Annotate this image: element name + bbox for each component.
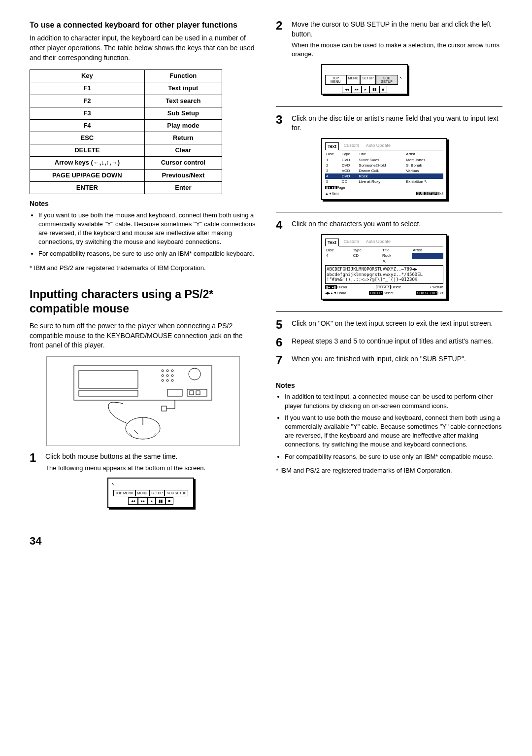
screenshot-step4: Text Custom Auto Update DiscTypeTitleArt…: [321, 234, 447, 300]
cursor-icon: ↖: [111, 481, 115, 487]
notes-list-left: If you want to use both the mouse and ke…: [30, 211, 256, 259]
step5-main: Click on "OK" on the text input screen t…: [292, 319, 502, 331]
menu-menu: MENU: [135, 490, 150, 496]
transport-next-icon: ▸▸: [138, 497, 148, 505]
step-number-4: 4: [276, 219, 286, 305]
notes-heading-left: Notes: [30, 199, 256, 209]
note-item: For compatibility reasons, be sure to us…: [285, 452, 502, 461]
up-icon: ▲: [330, 291, 333, 295]
mouse-intro: Be sure to turn off the power to the pla…: [30, 321, 256, 350]
menu-setup: SETUP: [149, 490, 165, 496]
svg-rect-13: [167, 389, 182, 396]
notes-list-right: In addition to text input, a connected m…: [276, 392, 502, 461]
step1-main: Click both mouse buttons at the same tim…: [45, 452, 256, 462]
tab-custom: Custom: [342, 238, 361, 246]
step-number-1: 1: [30, 452, 39, 513]
svg-point-11: [166, 379, 168, 381]
svg-point-12: [171, 379, 173, 381]
menu-top: TOP MENU: [325, 75, 346, 85]
step-number-7: 7: [276, 354, 286, 366]
svg-rect-2: [79, 390, 138, 396]
keyboard-heading: To use a connected keyboard for other pl…: [30, 20, 256, 31]
menu-top: TOP MENU: [113, 490, 135, 496]
th-function: Function: [144, 70, 222, 82]
key-function-table: Key Function F1Text input F2Text search …: [30, 69, 222, 194]
svg-rect-1: [79, 371, 138, 388]
step-number-5: 5: [276, 319, 286, 331]
cursor-icon: ↖: [424, 179, 428, 184]
step6-main: Repeat steps 3 and 5 to continue input o…: [292, 337, 502, 348]
tab-autoupdate: Auto Update: [364, 238, 393, 246]
menu-subsetup: SUB SETUP: [165, 490, 188, 496]
transport-stop-icon: ■: [379, 86, 388, 93]
step-number-2: 2: [276, 20, 286, 100]
trademark-foot-left: * IBM and PS/2 are registered trademarks…: [30, 264, 256, 273]
transport-play-icon: ▸: [148, 497, 156, 505]
svg-point-7: [162, 375, 164, 377]
svg-point-4: [162, 370, 164, 372]
step-number-6: 6: [276, 337, 286, 348]
note-item: For compatibility reasons, be sure to us…: [38, 249, 256, 258]
step2-main: Move the cursor to SUB SETUP in the menu…: [292, 20, 502, 39]
tab-text: Text: [325, 239, 339, 247]
svg-point-9: [171, 375, 173, 377]
step1-sub: The following menu appears at the bottom…: [45, 464, 256, 473]
right-column: 2 Move the cursor to SUB SETUP in the me…: [276, 20, 502, 519]
transport-prev-icon: ◂◂: [128, 497, 138, 505]
screenshot-step1: ↖ TOP MENU MENU SETUP SUB SETUP ◂◂ ▸▸ ▸ …: [107, 478, 194, 508]
menu-menu: MENU: [346, 75, 361, 85]
transport-next-icon: ▸▸: [352, 86, 362, 93]
notes-heading-right: Notes: [276, 381, 502, 391]
svg-rect-15: [190, 391, 194, 395]
char-grid: ABCDEFGHIJKLMNOPQRSTUVWXYZ..←789◀▶ abcde…: [325, 265, 443, 284]
svg-point-10: [162, 379, 164, 381]
step7-main: When you are finished with input, click …: [292, 354, 502, 366]
th-key: Key: [30, 70, 145, 82]
tab-autoupdate: Auto Update: [364, 142, 393, 150]
player-mouse-diagram: [46, 356, 240, 446]
cursor-icon: ↖: [398, 75, 404, 85]
step3-main: Click on the disc title or artist's name…: [292, 114, 502, 133]
up-icon: ▲: [325, 192, 329, 195]
note-item: In addition to text input, a connected m…: [285, 392, 502, 410]
note-item: If you want to use both the mouse and ke…: [38, 211, 256, 247]
divider: [276, 212, 502, 212]
divider: [276, 106, 502, 107]
svg-point-6: [171, 370, 173, 372]
menu-setup: SETUP: [360, 75, 375, 85]
keyboard-intro: In addition to character input, the keyb…: [30, 34, 256, 63]
transport-pause-icon: ▮▮: [369, 86, 379, 93]
tab-custom: Custom: [342, 142, 361, 150]
svg-point-3: [189, 368, 200, 380]
transport-play-icon: ▸: [362, 86, 369, 93]
svg-point-5: [166, 370, 168, 372]
page-number: 34: [30, 534, 502, 549]
svg-rect-17: [162, 406, 166, 411]
transport-prev-icon: ◂◂: [342, 86, 352, 93]
down-icon: ▼: [333, 291, 337, 295]
left-column: To use a connected keyboard for other pl…: [30, 20, 256, 519]
down-icon: ▼: [329, 192, 332, 195]
step2-sub: When the mouse can be used to make a sel…: [292, 41, 502, 59]
svg-point-8: [166, 375, 168, 377]
menu-subsetup: SUB SETUP: [376, 75, 398, 85]
tab-text: Text: [325, 142, 339, 151]
screenshot-step3: Text Custom Auto Update DiscTypeTitleArt…: [321, 138, 447, 200]
transport-pause-icon: ▮▮: [156, 497, 166, 505]
mouse-heading: Inputting characters using a PS/2* compa…: [30, 287, 256, 316]
divider: [276, 311, 502, 312]
svg-rect-16: [196, 391, 200, 395]
cursor-icon: ↖: [383, 259, 386, 264]
step-number-3: 3: [276, 114, 286, 206]
step4-main: Click on the characters you want to sele…: [292, 219, 502, 229]
screenshot-step2: TOP MENU MENU SETUP SUB SETUP ↖ ◂◂ ▸▸ ▸ …: [321, 64, 408, 95]
transport-stop-icon: ■: [166, 497, 174, 505]
svg-rect-14: [187, 389, 207, 396]
note-item: If you want to use both the mouse and ke…: [285, 413, 502, 449]
trademark-foot-right: * IBM and PS/2 are registered trademarks…: [276, 466, 502, 475]
